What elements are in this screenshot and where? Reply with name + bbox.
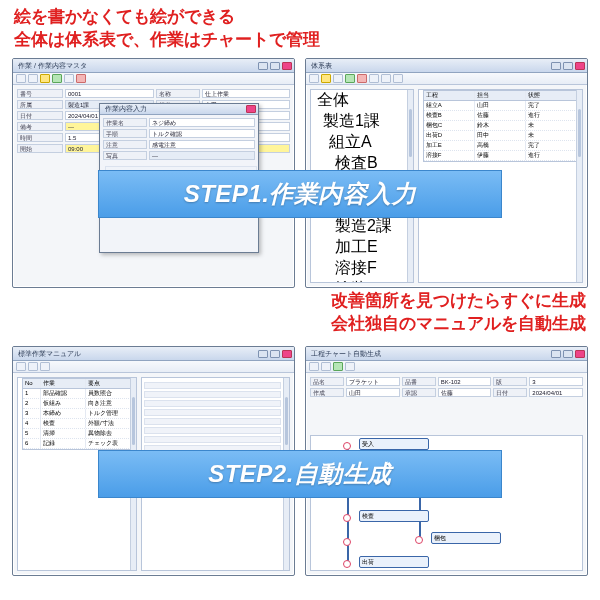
tree-node[interactable]: 組立A — [311, 132, 413, 153]
table-row[interactable]: 6記録チェック表 — [23, 439, 131, 449]
toolbar-button[interactable] — [333, 74, 343, 83]
table-cell: 検査B — [424, 111, 475, 120]
scrollbar[interactable] — [576, 90, 582, 282]
toolbar-button[interactable] — [321, 362, 331, 371]
dialog-label: 写真 — [103, 151, 147, 160]
table-row[interactable]: 3本締めトルク管理 — [23, 409, 131, 419]
form-value[interactable]: BK-102 — [438, 377, 492, 386]
max-button[interactable] — [563, 62, 573, 70]
table-row[interactable]: 溶接F伊藤進行 — [424, 151, 577, 161]
flow-node[interactable]: 検査 — [359, 510, 429, 522]
toolbar-button[interactable] — [345, 74, 355, 83]
caption-top: 絵を書かなくても絵ができる 全体は体系表で、作業はチャートで管理 — [14, 6, 320, 52]
window-manual-title: 標準作業マニュアル — [15, 349, 81, 359]
table-cell: 伊藤 — [475, 151, 526, 160]
tree-node[interactable]: 製造1課 — [311, 111, 413, 132]
table-cell: 4 — [23, 419, 41, 428]
toolbar-button[interactable] — [381, 74, 391, 83]
tree-node[interactable]: 溶接F — [311, 258, 413, 279]
table-row[interactable]: 4検査外観/寸法 — [23, 419, 131, 429]
toolbar-button[interactable] — [345, 362, 355, 371]
col-header[interactable]: 作業 — [41, 379, 86, 388]
close-button[interactable] — [575, 350, 585, 358]
flow-node[interactable]: 出荷 — [359, 556, 429, 568]
toolbar-button[interactable] — [76, 74, 86, 83]
col-header[interactable]: No — [23, 379, 41, 388]
form-label: 名称 — [156, 89, 200, 98]
form-value[interactable]: 2024/04/01 — [529, 388, 583, 397]
toolbar-button[interactable] — [333, 362, 343, 371]
table-row[interactable]: 加工E高橋完了 — [424, 141, 577, 151]
dialog-close-button[interactable] — [246, 105, 256, 113]
toolbar-button[interactable] — [393, 74, 403, 83]
max-button[interactable] — [270, 62, 280, 70]
table-row[interactable]: 出荷D田中未 — [424, 131, 577, 141]
table-cell: 外観/寸法 — [86, 419, 131, 428]
form-label: 備考 — [17, 122, 63, 131]
min-button[interactable] — [258, 350, 268, 358]
toolbar-button[interactable] — [321, 74, 331, 83]
table-cell: チェック表 — [86, 439, 131, 448]
toolbar-button[interactable] — [16, 74, 26, 83]
form-value[interactable]: 3 — [529, 377, 583, 386]
max-button[interactable] — [563, 350, 573, 358]
col-header[interactable]: 工程 — [424, 91, 475, 100]
tree-node[interactable]: 塗装G — [311, 279, 413, 283]
form-value[interactable]: 仕上作業 — [202, 89, 291, 98]
form-label: 開始 — [17, 144, 63, 153]
form-value[interactable]: ブラケット — [346, 377, 400, 386]
table-row[interactable]: 1部品確認員数照合 — [23, 389, 131, 399]
toolbar-button[interactable] — [28, 74, 38, 83]
table-cell: 6 — [23, 439, 41, 448]
table-cell: 佐藤 — [475, 111, 526, 120]
close-button[interactable] — [282, 62, 292, 70]
table-cell: 未 — [526, 121, 577, 130]
toolbar-button[interactable] — [309, 362, 319, 371]
toolbar-button[interactable] — [309, 74, 319, 83]
toolbar-button[interactable] — [16, 362, 26, 371]
dialog-input[interactable]: ネジ締め — [149, 118, 255, 127]
table-row[interactable]: 検査B佐藤進行 — [424, 111, 577, 121]
dialog-titlebar[interactable]: 作業内容入力 — [100, 104, 258, 115]
toolbar-button[interactable] — [40, 362, 50, 371]
toolbar-button[interactable] — [369, 74, 379, 83]
table-row[interactable]: 5清掃異物除去 — [23, 429, 131, 439]
table-row[interactable]: 2仮組み向き注意 — [23, 399, 131, 409]
dialog-input[interactable]: 感電注意 — [149, 140, 255, 149]
table-cell: 溶接F — [424, 151, 475, 160]
table-cell: 本締め — [41, 409, 86, 418]
dialog-input[interactable]: トルク確認 — [149, 129, 255, 138]
dialog-input[interactable]: — — [149, 151, 255, 160]
table-cell: 完了 — [526, 101, 577, 110]
table-row[interactable]: 組立A山田完了 — [424, 101, 577, 111]
form-label: 品番 — [402, 377, 436, 386]
table-cell: 検査 — [41, 419, 86, 428]
toolbar-button[interactable] — [64, 74, 74, 83]
form-value[interactable]: 山田 — [346, 388, 400, 397]
close-button[interactable] — [282, 350, 292, 358]
form-value[interactable]: 佐藤 — [438, 388, 492, 397]
close-button[interactable] — [575, 62, 585, 70]
min-button[interactable] — [551, 350, 561, 358]
col-header[interactable]: 状態 — [526, 91, 577, 100]
table-row[interactable]: 梱包C鈴木未 — [424, 121, 577, 131]
flow-node[interactable]: 梱包 — [431, 532, 501, 544]
toolbar-button[interactable] — [40, 74, 50, 83]
toolbar-button[interactable] — [357, 74, 367, 83]
max-button[interactable] — [270, 350, 280, 358]
min-button[interactable] — [551, 62, 561, 70]
min-button[interactable] — [258, 62, 268, 70]
tree-node[interactable]: 全体 — [311, 90, 413, 111]
tree-node[interactable]: 製造2課 — [311, 216, 413, 237]
tree-node[interactable]: 加工E — [311, 237, 413, 258]
flow-node[interactable]: 受入 — [359, 438, 429, 450]
toolbar-button[interactable] — [28, 362, 38, 371]
dialog-label: 注意 — [103, 140, 147, 149]
col-header[interactable]: 要点 — [86, 379, 131, 388]
col-header[interactable]: 担当 — [475, 91, 526, 100]
table-cell: 梱包C — [424, 121, 475, 130]
form-label: 品名 — [310, 377, 344, 386]
form-value[interactable]: 0001 — [65, 89, 154, 98]
toolbar-button[interactable] — [52, 74, 62, 83]
table-cell: 向き注意 — [86, 399, 131, 408]
